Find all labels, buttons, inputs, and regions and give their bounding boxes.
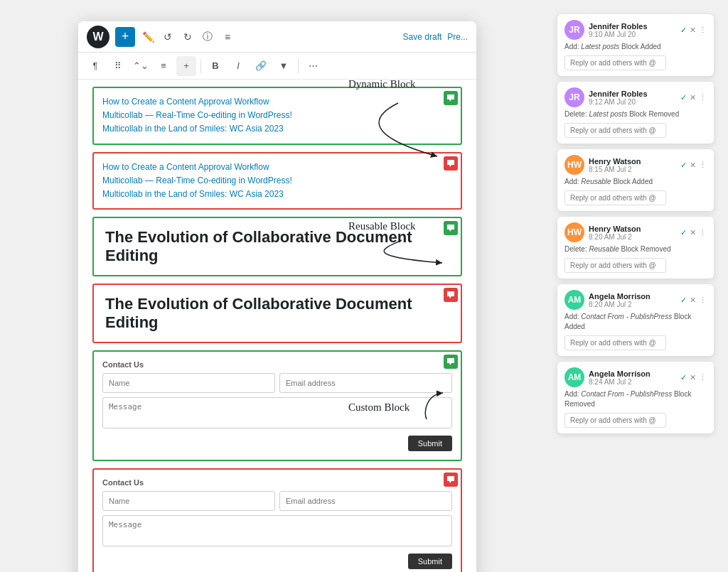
dynamic-block-green: How to Create a Content Approval Workflo…: [92, 87, 462, 145]
comment-actions-6: ✓ ✕ ⋮: [680, 374, 707, 382]
comment-rest-4: Block Removed: [619, 245, 671, 253]
comment-meta-2: Jennifer Robles 9:12 AM Jul 20: [589, 90, 676, 106]
comment-name-3: Henry Watson: [589, 157, 676, 166]
comment-bubble-green-2[interactable]: [444, 221, 458, 235]
reply-input-2[interactable]: [564, 123, 666, 138]
comment-bubble-green-1[interactable]: [444, 91, 458, 105]
comment-bubble-red-1[interactable]: [444, 156, 458, 171]
link-3-green[interactable]: Multicollab in the Land of Smiles: WC As…: [102, 122, 452, 136]
comment-bubble-green-3[interactable]: [444, 355, 458, 369]
reply-input-1[interactable]: [564, 55, 666, 70]
email-input-green[interactable]: [279, 373, 452, 393]
save-draft-button[interactable]: Save draft: [403, 32, 442, 42]
align-tool[interactable]: ≡: [154, 56, 173, 76]
email-input-red[interactable]: [279, 491, 452, 511]
avatar-angela-1: AM: [564, 290, 584, 310]
more-btn-4[interactable]: ⋮: [699, 229, 707, 237]
bold-tool[interactable]: B: [205, 56, 225, 76]
comment-rest-1: Block Added: [619, 43, 660, 50]
submit-row-red: Submit: [102, 554, 452, 569]
more-rich-text-tool[interactable]: ▼: [274, 56, 294, 76]
wp-top-toolbar: W + ✏️ ↺ ↻ ⓘ ≡ Save draft Pre...: [78, 21, 476, 53]
paragraph-tool[interactable]: ¶: [85, 56, 105, 76]
link-tool[interactable]: 🔗: [251, 56, 271, 76]
message-input-green[interactable]: [102, 397, 452, 428]
comment-actions-3: ✓ ✕ ⋮: [680, 161, 707, 169]
more-btn-5[interactable]: ⋮: [699, 296, 707, 304]
comment-time-4: 8:20 AM Jul 2: [589, 233, 676, 241]
reject-btn-5[interactable]: ✕: [690, 296, 696, 304]
submit-btn-green[interactable]: Submit: [408, 436, 452, 451]
comment-body-1: Add: Latest posts Block Added: [564, 42, 707, 52]
approve-btn-5[interactable]: ✓: [680, 296, 687, 304]
comment-name-4: Henry Watson: [589, 225, 676, 233]
menu-icon[interactable]: ≡: [220, 30, 235, 44]
add-block-button[interactable]: +: [115, 27, 135, 47]
submit-btn-red[interactable]: Submit: [408, 554, 452, 569]
comment-bubble-red-2[interactable]: [444, 288, 458, 302]
avatar-henry-2: HW: [564, 222, 584, 242]
italic-tool[interactable]: I: [228, 56, 248, 76]
link-3-red[interactable]: Multicollab in the Land of Smiles: WC As…: [102, 188, 452, 201]
heading-red-text: The Evolution of Collaborative Document …: [105, 295, 412, 331]
comment-italic-3: Reusable: [581, 178, 611, 185]
comment-bubble-red-3[interactable]: [444, 473, 458, 487]
wp-logo[interactable]: W: [87, 26, 109, 48]
info-icon[interactable]: ⓘ: [200, 30, 215, 44]
approve-btn-4[interactable]: ✓: [680, 229, 687, 237]
name-input-green[interactable]: [102, 373, 275, 393]
name-input-red[interactable]: [102, 491, 275, 511]
editor-content: How to Create a Content Approval Workflo…: [78, 80, 476, 572]
comment-meta-1: Jennifer Robles 9:10 AM Jul 20: [589, 22, 676, 38]
more-btn-2[interactable]: ⋮: [699, 94, 707, 102]
heading-green-text: The Evolution of Collaborative Document …: [105, 228, 412, 264]
comment-card-6: AM Angela Morrison 8:24 AM Jul 2 ✓ ✕ ⋮ A…: [557, 362, 714, 433]
move-tool[interactable]: ⌃⌄: [131, 56, 151, 76]
form-row-red: [102, 491, 452, 511]
reply-input-4[interactable]: [564, 258, 666, 273]
comment-action-text-4: Delete:: [564, 245, 589, 253]
link-1-green[interactable]: How to Create a Content Approval Workflo…: [102, 95, 452, 109]
preview-button[interactable]: Pre...: [447, 32, 468, 42]
comment-header-6: AM Angela Morrison 8:24 AM Jul 2 ✓ ✕ ⋮: [564, 367, 707, 387]
comment-header-2: JR Jennifer Robles 9:12 AM Jul 20 ✓ ✕ ⋮: [564, 87, 707, 107]
reply-input-5[interactable]: [564, 335, 666, 350]
comment-card-1: JR Jennifer Robles 9:10 AM Jul 20 ✓ ✕ ⋮ …: [557, 14, 714, 76]
add-inline-tool[interactable]: +: [176, 56, 196, 76]
comment-italic-4: Reusable: [589, 245, 619, 253]
comment-italic-2: Latest posts: [589, 110, 627, 118]
dynamic-block-red: How to Create a Content Approval Workflo…: [92, 152, 462, 210]
link-1-red[interactable]: How to Create a Content Approval Workflo…: [102, 161, 452, 174]
form-label-red: Contact Us: [102, 478, 452, 487]
link-2-red[interactable]: Multicollab — Real-Time Co-editing in Wo…: [102, 174, 452, 188]
comment-action-text-1: Add:: [564, 43, 581, 50]
more-btn-6[interactable]: ⋮: [699, 374, 707, 382]
message-input-red[interactable]: [102, 515, 452, 546]
approve-btn-1[interactable]: ✓: [680, 26, 687, 34]
approve-btn-2[interactable]: ✓: [680, 94, 687, 102]
reply-input-6[interactable]: [564, 413, 666, 428]
reject-btn-1[interactable]: ✕: [690, 26, 696, 34]
comment-time-2: 9:12 AM Jul 20: [589, 98, 676, 106]
heading-block-green: The Evolution of Collaborative Document …: [92, 217, 462, 276]
undo-icon[interactable]: ↺: [161, 30, 175, 44]
comment-name-2: Jennifer Robles: [589, 90, 676, 98]
comment-header-4: HW Henry Watson 8:20 AM Jul 2 ✓ ✕ ⋮: [564, 222, 707, 242]
redo-icon[interactable]: ↻: [181, 30, 195, 44]
reject-btn-2[interactable]: ✕: [690, 94, 696, 102]
comment-action-text-6: Add:: [564, 390, 581, 398]
more-btn-3[interactable]: ⋮: [699, 161, 707, 169]
approve-btn-6[interactable]: ✓: [680, 374, 687, 382]
comment-card-2: JR Jennifer Robles 9:12 AM Jul 20 ✓ ✕ ⋮ …: [557, 82, 714, 144]
more-btn-1[interactable]: ⋮: [699, 26, 707, 34]
reject-btn-4[interactable]: ✕: [690, 229, 696, 237]
reply-input-3[interactable]: [564, 190, 666, 205]
options-tool[interactable]: ⋯: [303, 56, 323, 76]
approve-btn-3[interactable]: ✓: [680, 161, 687, 169]
reject-btn-6[interactable]: ✕: [690, 374, 696, 382]
reject-btn-3[interactable]: ✕: [690, 161, 696, 169]
pencil-icon[interactable]: ✏️: [141, 30, 155, 44]
link-2-green[interactable]: Multicollab — Real-Time Co-editing in Wo…: [102, 109, 452, 122]
comment-time-3: 8:15 AM Jul 2: [589, 166, 676, 173]
drag-tool[interactable]: ⠿: [108, 56, 128, 76]
